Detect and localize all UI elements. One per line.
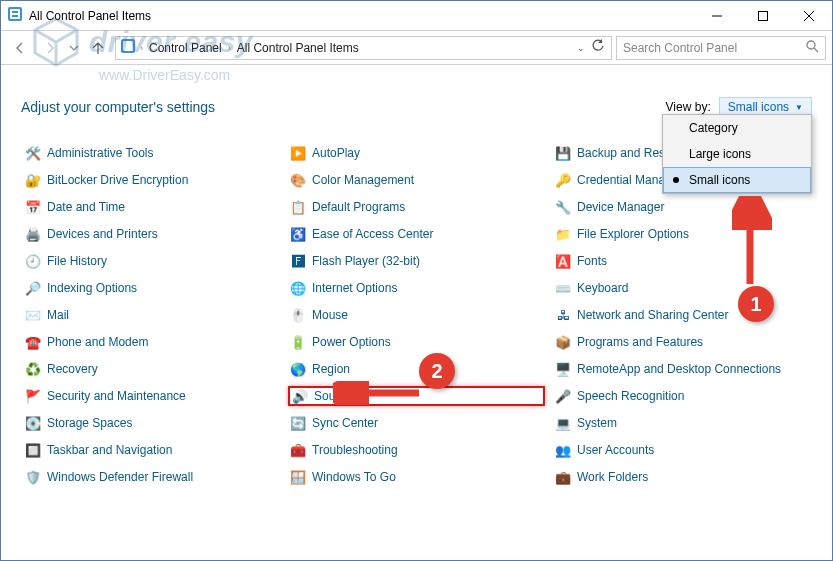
item-icon: 🎤 [555, 388, 571, 404]
item-icon: 🛡️ [25, 469, 41, 485]
chevron-right-icon: › [140, 43, 143, 53]
control-panel-item[interactable]: 🛡️Windows Defender Firewall [23, 467, 280, 487]
item-label: Work Folders [577, 470, 648, 484]
item-icon: 🕘 [25, 253, 41, 269]
minimize-button[interactable] [694, 1, 740, 31]
annotation-badge-1: 1 [738, 286, 774, 322]
control-panel-item[interactable]: 📅Date and Time [23, 197, 280, 217]
item-label: Power Options [312, 335, 391, 349]
breadcrumb[interactable]: › Control Panel › All Control Panel Item… [115, 36, 612, 60]
control-panel-item[interactable]: 🔐BitLocker Drive Encryption [23, 170, 280, 190]
control-panel-item[interactable]: 🕘File History [23, 251, 280, 271]
viewby-option-large-icons[interactable]: Large icons [663, 141, 811, 167]
bullet-selected-icon [673, 177, 679, 183]
item-icon: 👥 [555, 442, 571, 458]
recent-locations-button[interactable] [67, 35, 81, 61]
control-panel-item[interactable]: 🔊Sound [288, 386, 545, 406]
item-icon: 🅰️ [555, 253, 571, 269]
back-button[interactable] [7, 35, 33, 61]
item-icon: 🛠️ [25, 145, 41, 161]
search-placeholder: Search Control Panel [623, 41, 737, 55]
item-icon: ▶️ [290, 145, 306, 161]
control-panel-item[interactable]: 🅵Flash Player (32-bit) [288, 251, 545, 271]
control-panel-item[interactable]: 🖱️Mouse [288, 305, 545, 325]
control-panel-item[interactable]: 🚩Security and Maintenance [23, 386, 280, 406]
control-panel-item[interactable]: 📁File Explorer Options [553, 224, 810, 244]
control-panel-item[interactable]: 🔲Taskbar and Navigation [23, 440, 280, 460]
control-panel-item[interactable]: ▶️AutoPlay [288, 143, 545, 163]
item-icon: ✉️ [25, 307, 41, 323]
control-panel-item[interactable]: 💼Work Folders [553, 467, 810, 487]
item-label: Region [312, 362, 350, 376]
control-panel-item[interactable]: 🌐Internet Options [288, 278, 545, 298]
breadcrumb-seg-1[interactable]: Control Panel [145, 41, 226, 55]
svg-point-10 [807, 41, 815, 49]
item-label: Color Management [312, 173, 414, 187]
item-icon: 🌐 [290, 280, 306, 296]
item-icon: 💾 [555, 145, 571, 161]
item-icon: 📋 [290, 199, 306, 215]
item-icon: 🖧 [555, 307, 571, 323]
caret-down-icon: ▼ [795, 103, 803, 112]
control-panel-item[interactable]: ♻️Recovery [23, 359, 280, 379]
item-icon: 🔋 [290, 334, 306, 350]
item-label: Indexing Options [47, 281, 137, 295]
item-icon: 🔐 [25, 172, 41, 188]
control-panel-item[interactable]: 🛠️Administrative Tools [23, 143, 280, 163]
item-label: Recovery [47, 362, 98, 376]
control-panel-item[interactable]: ☎️Phone and Modem [23, 332, 280, 352]
control-panel-item[interactable]: 💻System [553, 413, 810, 433]
control-panel-item[interactable]: ♿Ease of Access Center [288, 224, 545, 244]
svg-rect-1 [10, 9, 20, 19]
search-input[interactable]: Search Control Panel [616, 36, 826, 60]
item-label: Sound [314, 389, 349, 403]
window-title: All Control Panel Items [29, 9, 151, 23]
item-label: File History [47, 254, 107, 268]
item-label: Windows To Go [312, 470, 396, 484]
item-label: Security and Maintenance [47, 389, 186, 403]
control-panel-item[interactable]: ✉️Mail [23, 305, 280, 325]
control-panel-item[interactable]: 🖥️RemoteApp and Desktop Connections [553, 359, 810, 379]
up-button[interactable] [85, 35, 111, 61]
item-label: AutoPlay [312, 146, 360, 160]
control-panel-item[interactable]: 🌎Region [288, 359, 545, 379]
viewby-option-small-icons[interactable]: Small icons [663, 167, 811, 193]
control-panel-item[interactable]: 📋Default Programs [288, 197, 545, 217]
viewby-option-category[interactable]: Category [663, 115, 811, 141]
item-icon: 📦 [555, 334, 571, 350]
control-panel-item[interactable]: 👥User Accounts [553, 440, 810, 460]
control-panel-item[interactable]: 🔄Sync Center [288, 413, 545, 433]
control-panel-item[interactable]: 🎨Color Management [288, 170, 545, 190]
item-label: System [577, 416, 617, 430]
control-panel-item[interactable]: 💽Storage Spaces [23, 413, 280, 433]
item-icon: 💻 [555, 415, 571, 431]
chevron-down-icon[interactable]: ⌄ [577, 43, 585, 53]
item-label: Device Manager [577, 200, 664, 214]
item-icon: 🖨️ [25, 226, 41, 242]
viewby-menu: Category Large icons Small icons [662, 114, 812, 194]
control-panel-item[interactable]: 🎤Speech Recognition [553, 386, 810, 406]
control-panel-item[interactable]: 🔋Power Options [288, 332, 545, 352]
control-panel-item[interactable]: 🖨️Devices and Printers [23, 224, 280, 244]
control-panel-item[interactable]: 🪟Windows To Go [288, 467, 545, 487]
refresh-icon[interactable] [591, 39, 605, 56]
close-button[interactable] [786, 1, 832, 31]
item-icon: 🔲 [25, 442, 41, 458]
control-panel-item[interactable]: 🧰Troubleshooting [288, 440, 545, 460]
item-label: Mouse [312, 308, 348, 322]
item-icon: 🔑 [555, 172, 571, 188]
breadcrumb-seg-2[interactable]: All Control Panel Items [233, 41, 363, 55]
control-panel-item[interactable]: 🔧Device Manager [553, 197, 810, 217]
item-icon: 💽 [25, 415, 41, 431]
control-panel-item[interactable]: 📦Programs and Features [553, 332, 810, 352]
item-label: Windows Defender Firewall [47, 470, 193, 484]
svg-rect-9 [123, 41, 133, 51]
item-icon: ♿ [290, 226, 306, 242]
item-label: Ease of Access Center [312, 227, 433, 241]
control-panel-item[interactable]: 🔎Indexing Options [23, 278, 280, 298]
forward-button[interactable] [37, 35, 63, 61]
control-panel-item[interactable]: 🅰️Fonts [553, 251, 810, 271]
item-label: Administrative Tools [47, 146, 154, 160]
maximize-button[interactable] [740, 1, 786, 31]
item-icon: 🎨 [290, 172, 306, 188]
